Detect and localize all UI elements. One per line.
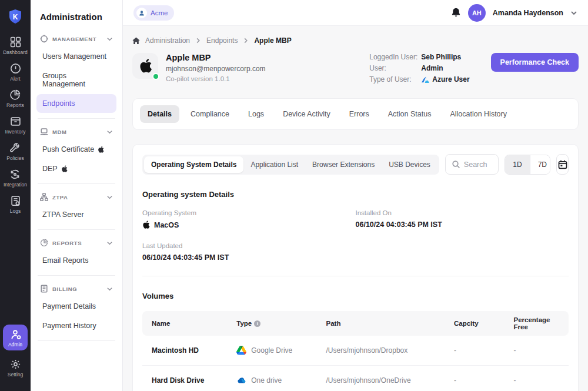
- rail-item-inventory[interactable]: Inventory: [5, 116, 26, 135]
- rail-item-alert[interactable]: Alert: [10, 63, 21, 82]
- tab-errors[interactable]: Errors: [342, 105, 377, 123]
- tab-allocation-history[interactable]: Allocation History: [442, 105, 514, 123]
- rail-item-label: Dashboard: [3, 49, 28, 55]
- divider: [38, 340, 115, 341]
- field-operating-system: Operating System MacOS: [142, 209, 356, 229]
- tab-logs[interactable]: Logs: [240, 105, 272, 123]
- chevron-down-icon: [106, 194, 113, 200]
- sidebar-section-mdm[interactable]: MDM: [36, 124, 116, 139]
- device-copilot-version: Co-pilot version 1.0.1: [166, 75, 266, 82]
- rail-item-dashboard[interactable]: Dashboard: [3, 36, 28, 55]
- subtab-operating-system-details[interactable]: Operating System Details: [144, 156, 243, 173]
- range-1d-button[interactable]: 1D: [505, 155, 530, 174]
- breadcrumb-administration[interactable]: Administration: [145, 36, 190, 45]
- org-avatar: [136, 8, 147, 18]
- cell-volume-type: Google Drive: [251, 346, 292, 355]
- gear-icon: [10, 359, 21, 370]
- org-name: Acme: [151, 9, 168, 16]
- apple-icon: [142, 220, 150, 229]
- field-label: Last Updated: [142, 242, 356, 249]
- tab-device-activity[interactable]: Device Activity: [275, 105, 338, 123]
- app-root: K Dashboard Alert Reports Inventory Poli…: [0, 0, 588, 391]
- meta-row: LoggedIn User: Seb Phillips: [369, 53, 469, 61]
- table-row: Hard Disk Drive One drive /Users/mjohnso…: [142, 366, 569, 391]
- admin-user-gear-icon: [10, 329, 21, 340]
- dashboard-grid-icon: [10, 36, 21, 48]
- meta-label: User:: [369, 64, 421, 72]
- target-icon: [40, 35, 48, 43]
- rail-item-reports[interactable]: Reports: [6, 89, 24, 108]
- subtab-browser-extensions[interactable]: Browser Extensions: [305, 156, 382, 173]
- column-name: Name: [142, 311, 232, 336]
- table-row: Macintosh HD Google Drive /Users/mjohnso…: [142, 336, 569, 366]
- rail-item-integration[interactable]: Integration: [4, 169, 27, 188]
- sidebar-item-ztpa-server[interactable]: ZTPA Server: [36, 205, 116, 224]
- sidebar-item-dep[interactable]: DEP: [36, 159, 116, 178]
- rail-item-setting[interactable]: Setting: [8, 359, 23, 377]
- sidebar-section-management[interactable]: MANAGEMENT: [36, 31, 116, 46]
- field-label: Installed On: [356, 209, 569, 216]
- sidebar-item-email-reports[interactable]: Email Reports: [36, 251, 116, 270]
- sidebar-section-billing[interactable]: BILLING: [36, 281, 116, 296]
- cell-volume-type: One drive: [251, 376, 282, 385]
- chevron-down-icon[interactable]: [570, 9, 577, 16]
- subtab-group: Operating System Details Application Lis…: [142, 155, 439, 175]
- subtab-usb-devices[interactable]: USB Devices: [382, 156, 437, 173]
- icon-rail: K Dashboard Alert Reports Inventory Poli…: [0, 0, 31, 391]
- column-type: Typei: [232, 311, 321, 336]
- rail-item-admin[interactable]: Admin: [3, 325, 28, 350]
- rail-item-policies[interactable]: Policies: [6, 142, 24, 161]
- tab-compliance[interactable]: Compliance: [183, 105, 237, 123]
- meta-label: LoggedIn User:: [369, 53, 421, 61]
- rail-item-label: Integration: [4, 182, 27, 188]
- brand-logo-icon[interactable]: K: [7, 8, 24, 25]
- user-avatar[interactable]: AH: [468, 4, 486, 22]
- cell-volume-name: Hard Disk Drive: [142, 366, 232, 391]
- sidebar: Administration MANAGEMENT Users Manageme…: [31, 0, 123, 391]
- sidebar-section-reports[interactable]: REPORTS: [36, 235, 116, 250]
- network-nodes-icon: [40, 193, 48, 201]
- chevron-down-icon: [106, 129, 113, 135]
- field-last-updated: Last Updated 06/10/24 04:03:45 PM IST: [142, 242, 356, 262]
- content: Administration Endpoints Apple MBP Apple…: [123, 26, 588, 391]
- sidebar-item-groups-management[interactable]: Groups Management: [36, 66, 116, 93]
- sidebar-item-endpoints[interactable]: Endpoints: [36, 94, 116, 113]
- meta-row: Type of User: Azure User: [369, 75, 469, 83]
- info-icon[interactable]: i: [254, 320, 260, 327]
- notification-bell-icon[interactable]: [451, 7, 461, 18]
- sidebar-item-payment-history[interactable]: Payment History: [36, 316, 116, 335]
- onedrive-icon: [236, 376, 246, 385]
- sidebar-item-payment-details[interactable]: Payment Details: [36, 297, 116, 316]
- rail-item-label: Admin: [8, 342, 22, 347]
- divider: [38, 118, 115, 119]
- search-input[interactable]: [464, 161, 492, 169]
- divider: [38, 183, 115, 184]
- tab-details[interactable]: Details: [140, 105, 179, 123]
- pie-chart-icon: [9, 89, 21, 101]
- subtab-application-list[interactable]: Application List: [243, 156, 305, 173]
- sidebar-item-push-certificate[interactable]: Push Certificate: [36, 140, 116, 159]
- tab-action-status[interactable]: Action Status: [380, 105, 439, 123]
- sidebar-item-users-management[interactable]: Users Management: [36, 47, 116, 66]
- org-switcher-chip[interactable]: Acme: [133, 5, 174, 21]
- rail-item-logs[interactable]: Logs: [10, 195, 21, 214]
- breadcrumb-endpoints[interactable]: Endpoints: [206, 36, 238, 45]
- wrench-icon: [9, 142, 21, 153]
- field-value: 06/10/24 04:03:45 PM IST: [356, 220, 569, 229]
- sidebar-section-ztpa[interactable]: ZTPA: [36, 189, 116, 205]
- sidebar-title: Administration: [36, 12, 116, 22]
- meta-value: Admin: [421, 64, 443, 72]
- chevron-down-icon: [106, 286, 113, 292]
- device-email: mjohnson@menpowercorp.com: [166, 65, 266, 73]
- apple-icon: [98, 146, 104, 153]
- pie-chart-icon: [40, 239, 48, 247]
- calendar-button[interactable]: [556, 154, 569, 175]
- cell-volume-free: -: [509, 366, 569, 391]
- cell-volume-capacity: -: [449, 336, 509, 366]
- range-7d-button[interactable]: 7D: [530, 155, 551, 174]
- rail-item-label: Logs: [10, 208, 21, 214]
- search-box: [445, 154, 499, 175]
- meta-row: User: Admin: [369, 64, 469, 72]
- chevron-down-icon: [106, 36, 113, 42]
- performance-check-button[interactable]: Performance Check: [491, 53, 579, 72]
